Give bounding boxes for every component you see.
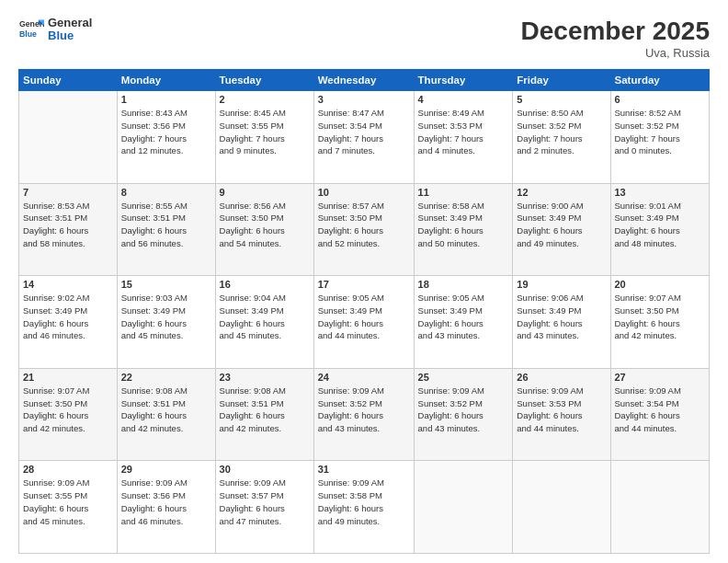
day-number: 14 [23,279,113,290]
calendar-cell: 2Sunrise: 8:45 AM Sunset: 3:55 PM Daylig… [215,91,313,184]
day-number: 2 [220,94,310,105]
calendar-cell: 20Sunrise: 9:07 AM Sunset: 3:50 PM Dayli… [610,276,710,369]
cell-info: Sunrise: 9:09 AM Sunset: 3:53 PM Dayligh… [517,385,606,435]
calendar-day-header: Wednesday [313,70,414,91]
calendar-cell: 18Sunrise: 9:05 AM Sunset: 3:49 PM Dayli… [414,276,513,369]
calendar-week-row: 21Sunrise: 9:07 AM Sunset: 3:50 PM Dayli… [19,368,710,461]
cell-info: Sunrise: 9:07 AM Sunset: 3:50 PM Dayligh… [23,385,113,435]
calendar-cell: 27Sunrise: 9:09 AM Sunset: 3:54 PM Dayli… [610,368,710,461]
calendar-cell: 29Sunrise: 9:09 AM Sunset: 3:56 PM Dayli… [117,461,215,554]
day-number: 12 [517,187,606,198]
calendar-cell [513,461,610,554]
calendar-cell: 17Sunrise: 9:05 AM Sunset: 3:49 PM Dayli… [313,276,414,369]
cell-info: Sunrise: 8:56 AM Sunset: 3:50 PM Dayligh… [220,200,310,250]
day-number: 13 [615,187,706,198]
day-number: 20 [615,279,706,290]
cell-info: Sunrise: 9:08 AM Sunset: 3:51 PM Dayligh… [121,385,211,435]
cell-info: Sunrise: 9:01 AM Sunset: 3:49 PM Dayligh… [615,200,706,250]
cell-info: Sunrise: 8:52 AM Sunset: 3:52 PM Dayligh… [615,107,706,157]
day-number: 22 [121,372,211,383]
calendar-cell: 24Sunrise: 9:09 AM Sunset: 3:52 PM Dayli… [313,368,414,461]
day-number: 29 [121,464,211,475]
logo-general: General [48,17,92,29]
cell-info: Sunrise: 8:43 AM Sunset: 3:56 PM Dayligh… [121,107,211,157]
calendar-cell: 30Sunrise: 9:09 AM Sunset: 3:57 PM Dayli… [215,461,313,554]
day-number: 17 [318,279,410,290]
day-number: 9 [220,187,310,198]
calendar-cell: 22Sunrise: 9:08 AM Sunset: 3:51 PM Dayli… [117,368,215,461]
cell-info: Sunrise: 9:09 AM Sunset: 3:52 PM Dayligh… [318,385,410,435]
calendar-cell: 4Sunrise: 8:49 AM Sunset: 3:53 PM Daylig… [414,91,513,184]
calendar-day-header: Friday [513,70,610,91]
cell-info: Sunrise: 9:09 AM Sunset: 3:56 PM Dayligh… [121,477,211,527]
cell-info: Sunrise: 9:04 AM Sunset: 3:49 PM Dayligh… [220,292,310,342]
calendar-cell: 5Sunrise: 8:50 AM Sunset: 3:52 PM Daylig… [513,91,610,184]
cell-info: Sunrise: 9:00 AM Sunset: 3:49 PM Dayligh… [517,200,606,250]
day-number: 6 [615,94,706,105]
day-number: 27 [615,372,706,383]
location-label: Uva, Russia [521,46,710,60]
calendar-day-header: Tuesday [215,70,313,91]
logo-icon: General Blue [18,17,44,42]
calendar-day-header: Sunday [19,70,118,91]
day-number: 31 [318,464,410,475]
cell-info: Sunrise: 9:09 AM Sunset: 3:57 PM Dayligh… [220,477,310,527]
day-number: 15 [121,279,211,290]
cell-info: Sunrise: 8:50 AM Sunset: 3:52 PM Dayligh… [517,107,606,157]
cell-info: Sunrise: 9:06 AM Sunset: 3:49 PM Dayligh… [517,292,606,342]
day-number: 23 [220,372,310,383]
cell-info: Sunrise: 8:58 AM Sunset: 3:49 PM Dayligh… [418,200,509,250]
day-number: 3 [318,94,410,105]
logo-blue: Blue [48,29,92,42]
day-number: 28 [23,464,113,475]
calendar-day-header: Monday [117,70,215,91]
day-number: 4 [418,94,509,105]
cell-info: Sunrise: 8:55 AM Sunset: 3:51 PM Dayligh… [121,200,211,250]
calendar-cell: 15Sunrise: 9:03 AM Sunset: 3:49 PM Dayli… [117,276,215,369]
calendar-week-row: 28Sunrise: 9:09 AM Sunset: 3:55 PM Dayli… [19,461,710,554]
day-number: 25 [418,372,509,383]
calendar-cell [19,91,118,184]
cell-info: Sunrise: 8:45 AM Sunset: 3:55 PM Dayligh… [220,107,310,157]
calendar-cell [610,461,710,554]
calendar-cell: 26Sunrise: 9:09 AM Sunset: 3:53 PM Dayli… [513,368,610,461]
calendar-cell: 7Sunrise: 8:53 AM Sunset: 3:51 PM Daylig… [19,183,118,276]
day-number: 7 [23,187,113,198]
calendar-cell: 25Sunrise: 9:09 AM Sunset: 3:52 PM Dayli… [414,368,513,461]
cell-info: Sunrise: 9:05 AM Sunset: 3:49 PM Dayligh… [318,292,410,342]
calendar-cell: 16Sunrise: 9:04 AM Sunset: 3:49 PM Dayli… [215,276,313,369]
calendar-cell: 1Sunrise: 8:43 AM Sunset: 3:56 PM Daylig… [117,91,215,184]
calendar-day-header: Thursday [414,70,513,91]
calendar-cell: 31Sunrise: 9:09 AM Sunset: 3:58 PM Dayli… [313,461,414,554]
calendar-header-row: SundayMondayTuesdayWednesdayThursdayFrid… [19,70,710,91]
calendar-cell: 9Sunrise: 8:56 AM Sunset: 3:50 PM Daylig… [215,183,313,276]
cell-info: Sunrise: 9:08 AM Sunset: 3:51 PM Dayligh… [220,385,310,435]
logo: General Blue General Blue [18,17,92,43]
cell-info: Sunrise: 8:47 AM Sunset: 3:54 PM Dayligh… [318,107,410,157]
day-number: 30 [220,464,310,475]
day-number: 18 [418,279,509,290]
day-number: 16 [220,279,310,290]
calendar-cell: 28Sunrise: 9:09 AM Sunset: 3:55 PM Dayli… [19,461,118,554]
day-number: 19 [517,279,606,290]
cell-info: Sunrise: 8:49 AM Sunset: 3:53 PM Dayligh… [418,107,509,157]
calendar-week-row: 1Sunrise: 8:43 AM Sunset: 3:56 PM Daylig… [19,91,710,184]
calendar-cell: 14Sunrise: 9:02 AM Sunset: 3:49 PM Dayli… [19,276,118,369]
calendar-cell: 12Sunrise: 9:00 AM Sunset: 3:49 PM Dayli… [513,183,610,276]
cell-info: Sunrise: 9:09 AM Sunset: 3:55 PM Dayligh… [23,477,113,527]
calendar-cell: 23Sunrise: 9:08 AM Sunset: 3:51 PM Dayli… [215,368,313,461]
day-number: 8 [121,187,211,198]
cell-info: Sunrise: 8:53 AM Sunset: 3:51 PM Dayligh… [23,200,113,250]
cell-info: Sunrise: 8:57 AM Sunset: 3:50 PM Dayligh… [318,200,410,250]
day-number: 11 [418,187,509,198]
calendar-cell: 3Sunrise: 8:47 AM Sunset: 3:54 PM Daylig… [313,91,414,184]
calendar-day-header: Saturday [610,70,710,91]
calendar-cell: 10Sunrise: 8:57 AM Sunset: 3:50 PM Dayli… [313,183,414,276]
day-number: 1 [121,94,211,105]
cell-info: Sunrise: 9:05 AM Sunset: 3:49 PM Dayligh… [418,292,509,342]
calendar-week-row: 14Sunrise: 9:02 AM Sunset: 3:49 PM Dayli… [19,276,710,369]
day-number: 10 [318,187,410,198]
cell-info: Sunrise: 9:03 AM Sunset: 3:49 PM Dayligh… [121,292,211,342]
calendar-cell [414,461,513,554]
calendar-cell: 13Sunrise: 9:01 AM Sunset: 3:49 PM Dayli… [610,183,710,276]
